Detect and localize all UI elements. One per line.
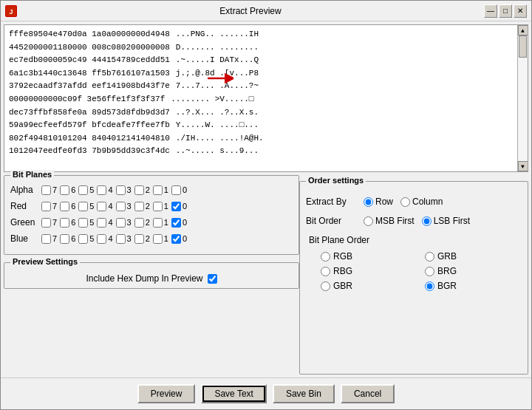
checkbox-blue-5[interactable]: [78, 234, 88, 244]
checkbox-blue-7[interactable]: [41, 234, 51, 244]
maximize-button[interactable]: □: [499, 4, 512, 18]
checkbox-blue-2[interactable]: [134, 234, 144, 244]
checkbox-blue-6[interactable]: [60, 234, 69, 244]
lsb-first-option[interactable]: LSB First: [422, 216, 470, 226]
msb-first-option[interactable]: MSB First: [364, 216, 415, 226]
extract-by-row-option[interactable]: Row: [364, 197, 393, 207]
checkbox-alpha-0[interactable]: [171, 185, 181, 195]
checkbox-green-0[interactable]: [171, 218, 181, 228]
bit-check-red-5[interactable]: 5: [78, 202, 94, 211]
checkbox-blue-1[interactable]: [153, 234, 163, 244]
scroll-up-button[interactable]: ▲: [518, 25, 528, 35]
checkbox-blue-3[interactable]: [116, 234, 126, 244]
checkbox-alpha-6[interactable]: [60, 185, 69, 195]
bpo-option-rgb[interactable]: RGB: [321, 251, 417, 262]
checkbox-red-1[interactable]: [153, 202, 163, 211]
bit-check-blue-3[interactable]: 3: [116, 234, 132, 244]
checkbox-green-1[interactable]: [153, 218, 163, 228]
hex-col: 802f494810101204 8404012141404810: [9, 132, 170, 146]
bpo-option-gbr[interactable]: GBR: [321, 281, 417, 291]
minimize-button[interactable]: —: [484, 4, 497, 18]
cancel-button[interactable]: Cancel: [341, 384, 395, 403]
checkbox-green-6[interactable]: [60, 218, 69, 228]
scroll-thumb[interactable]: [519, 35, 527, 58]
checkbox-blue-4[interactable]: [97, 234, 106, 244]
bit-check-alpha-1[interactable]: 1: [153, 185, 168, 195]
bpo-radio-brg[interactable]: [425, 267, 434, 276]
checkbox-alpha-4[interactable]: [97, 185, 106, 195]
bit-check-blue-0[interactable]: 0: [171, 234, 187, 244]
extract-by-column-radio[interactable]: [400, 197, 410, 207]
bit-check-red-1[interactable]: 1: [153, 202, 168, 211]
checkbox-green-5[interactable]: [78, 218, 88, 228]
bit-check-alpha-3[interactable]: 3: [116, 185, 132, 195]
bit-check-alpha-7[interactable]: 7: [41, 185, 57, 195]
bpo-radio-grb[interactable]: [425, 252, 434, 262]
bit-check-alpha-6[interactable]: 6: [60, 185, 75, 195]
bit-check-red-6[interactable]: 6: [60, 202, 75, 211]
preview-scrollbar[interactable]: ▲ ▼: [517, 25, 528, 171]
scroll-down-button[interactable]: ▼: [518, 161, 528, 171]
bit-check-green-2[interactable]: 2: [134, 218, 150, 228]
save-text-button[interactable]: Save Text: [201, 384, 266, 403]
msb-first-radio[interactable]: [364, 216, 373, 226]
bit-check-blue-6[interactable]: 6: [60, 234, 75, 244]
bit-check-alpha-2[interactable]: 2: [134, 185, 150, 195]
checkbox-red-5[interactable]: [78, 202, 88, 211]
checkbox-blue-0[interactable]: [171, 234, 181, 244]
bit-check-green-4[interactable]: 4: [97, 218, 112, 228]
bpo-radio-gbr[interactable]: [321, 281, 330, 291]
checkbox-alpha-5[interactable]: [78, 185, 88, 195]
bit-check-red-2[interactable]: 2: [134, 202, 150, 211]
bit-check-blue-5[interactable]: 5: [78, 234, 94, 244]
checkbox-red-7[interactable]: [41, 202, 51, 211]
bit-check-alpha-5[interactable]: 5: [78, 185, 94, 195]
bpo-radio-rbg[interactable]: [321, 267, 330, 276]
bit-num-green-0: 0: [183, 218, 187, 227]
bpo-option-grb[interactable]: GRB: [425, 251, 522, 262]
checkbox-red-4[interactable]: [97, 202, 106, 211]
bit-check-alpha-0[interactable]: 0: [171, 185, 187, 195]
bit-check-red-0[interactable]: 0: [171, 202, 187, 211]
checkbox-alpha-2[interactable]: [134, 185, 144, 195]
close-button[interactable]: ✕: [514, 4, 527, 18]
checkbox-green-3[interactable]: [116, 218, 126, 228]
checkbox-alpha-1[interactable]: [153, 185, 163, 195]
bpo-radio-bgr[interactable]: [425, 281, 434, 291]
bit-check-blue-2[interactable]: 2: [134, 234, 150, 244]
bit-check-red-7[interactable]: 7: [41, 202, 57, 211]
bpo-label-rbg: RBG: [333, 266, 352, 276]
bit-check-green-7[interactable]: 7: [41, 218, 57, 228]
bit-check-green-6[interactable]: 6: [60, 218, 75, 228]
checkbox-green-7[interactable]: [41, 218, 51, 228]
checkbox-red-0[interactable]: [171, 202, 181, 211]
bpo-radio-rgb[interactable]: [321, 252, 330, 262]
bit-check-blue-1[interactable]: 1: [153, 234, 168, 244]
bpo-option-brg[interactable]: BRG: [425, 266, 522, 276]
bit-check-green-5[interactable]: 5: [78, 218, 94, 228]
checkbox-red-6[interactable]: [60, 202, 69, 211]
checkbox-green-4[interactable]: [97, 218, 106, 228]
bpo-option-bgr[interactable]: BGR: [425, 281, 522, 291]
bit-check-green-0[interactable]: 0: [171, 218, 187, 228]
checkbox-alpha-3[interactable]: [116, 185, 126, 195]
checkbox-red-2[interactable]: [134, 202, 144, 211]
bit-check-blue-7[interactable]: 7: [41, 234, 57, 244]
checkbox-alpha-7[interactable]: [41, 185, 51, 195]
bit-check-green-3[interactable]: 3: [116, 218, 132, 228]
hex-dump-checkbox[interactable]: [208, 274, 217, 284]
save-bin-button[interactable]: Save Bin: [273, 384, 335, 403]
extract-by-row-radio[interactable]: [364, 197, 373, 207]
bpo-option-rbg[interactable]: RBG: [321, 266, 417, 276]
checkbox-green-2[interactable]: [134, 218, 144, 228]
extract-by-column-option[interactable]: Column: [400, 197, 443, 207]
bit-check-alpha-4[interactable]: 4: [97, 185, 112, 195]
checkbox-red-3[interactable]: [116, 202, 126, 211]
bit-check-green-1[interactable]: 1: [153, 218, 168, 228]
lsb-first-radio[interactable]: [422, 216, 432, 226]
preview-button[interactable]: Preview: [137, 384, 196, 403]
scroll-track[interactable]: [518, 35, 528, 161]
bit-check-red-3[interactable]: 3: [116, 202, 132, 211]
bit-check-red-4[interactable]: 4: [97, 202, 112, 211]
bit-check-blue-4[interactable]: 4: [97, 234, 112, 244]
